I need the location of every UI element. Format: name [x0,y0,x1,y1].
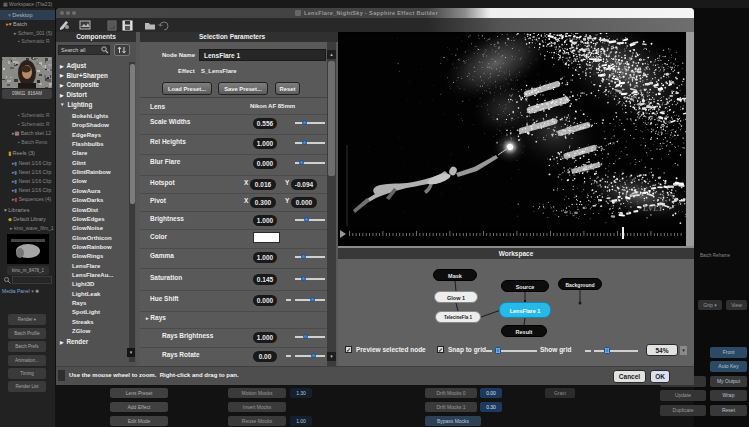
svg-text:LVLY: LVLY [642,203,664,213]
